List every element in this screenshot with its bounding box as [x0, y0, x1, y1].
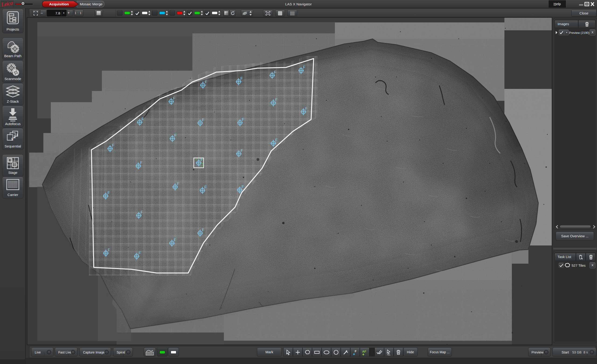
svg-text:F: F — [201, 158, 203, 162]
svg-text:F: F — [108, 248, 110, 252]
svg-text:F: F — [242, 117, 244, 122]
svg-text:F: F — [202, 118, 204, 122]
svg-text:ALL: ALL — [387, 354, 390, 356]
svg-text:F: F — [141, 117, 144, 121]
svg-text:F: F — [242, 185, 244, 189]
svg-text:F: F — [305, 106, 308, 111]
svg-text:F: F — [274, 70, 276, 74]
svg-text:F: F — [108, 191, 110, 195]
svg-text:F: F — [355, 349, 357, 353]
svg-text:2: 2 — [14, 135, 16, 138]
svg-text:3: 3 — [16, 133, 18, 136]
svg-text:F: F — [205, 80, 207, 84]
svg-text:F: F — [275, 138, 277, 142]
svg-text:F: F — [141, 210, 143, 214]
svg-text:F: F — [177, 182, 179, 186]
svg-text:F: F — [303, 65, 305, 70]
svg-text:F: F — [204, 185, 207, 190]
svg-text:F: F — [174, 238, 176, 242]
svg-text:1: 1 — [11, 137, 13, 141]
svg-text:F: F — [174, 133, 177, 138]
svg-text:F: F — [240, 76, 243, 81]
svg-text:F: F — [140, 160, 142, 165]
svg-text:F: F — [202, 228, 204, 232]
svg-text:F: F — [112, 143, 114, 148]
svg-text:F: F — [173, 96, 175, 101]
svg-text:AF: AF — [362, 350, 366, 353]
svg-text:F: F — [139, 251, 141, 255]
svg-text:F: F — [275, 97, 277, 102]
svg-text:F: F — [241, 148, 243, 153]
